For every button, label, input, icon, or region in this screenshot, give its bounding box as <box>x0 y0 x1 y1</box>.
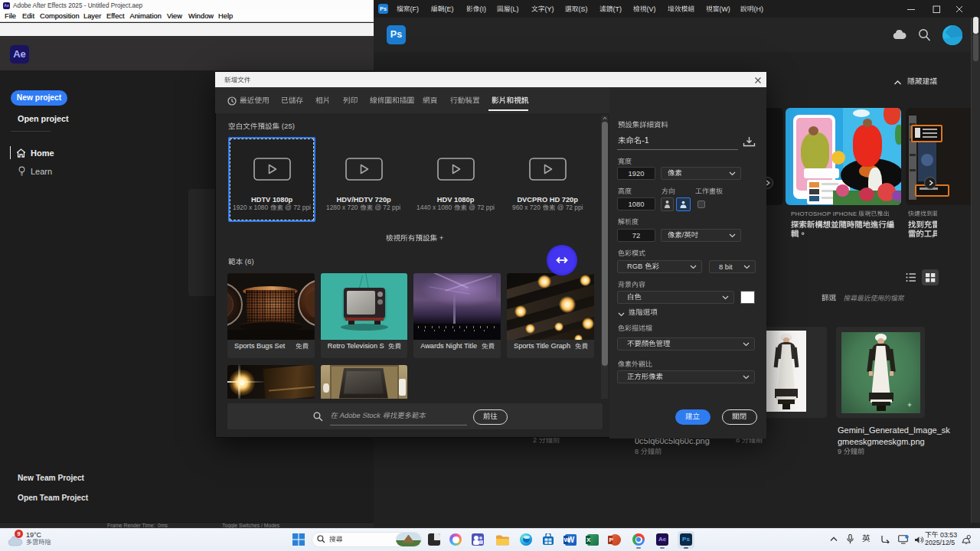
svg-text:@ 72 ppi: @ 72 ppi <box>373 204 400 211</box>
svg-text:(F): (F) <box>410 5 419 12</box>
svg-text:+: + <box>437 233 444 242</box>
svg-text:(Y): (Y) <box>545 5 554 12</box>
svg-text:(E): (E) <box>445 5 454 12</box>
svg-text:@ 72 ppi: @ 72 ppi <box>555 204 583 211</box>
svg-text:-1: -1 <box>642 136 648 145</box>
svg-text:(H): (H) <box>753 5 763 12</box>
svg-text:@ 72 ppi: @ 72 ppi <box>283 204 311 211</box>
svg-text:(I): (I) <box>479 5 485 12</box>
svg-text:(W): (W) <box>720 5 730 12</box>
svg-text:960 x 720: 960 x 720 <box>512 204 542 211</box>
svg-text:03:53: 03:53 <box>939 530 958 538</box>
svg-text:(T): (T) <box>613 5 622 12</box>
svg-text:Adobe Stock: Adobe Stock <box>338 411 384 419</box>
svg-text:1920 x 1080: 1920 x 1080 <box>233 204 270 211</box>
svg-text:(25): (25) <box>279 122 295 130</box>
svg-text:(6): (6) <box>243 257 253 266</box>
svg-text:(S): (S) <box>579 5 588 12</box>
svg-text:(V): (V) <box>647 5 656 12</box>
svg-text:(L): (L) <box>511 5 519 12</box>
svg-text:8: 8 <box>635 448 641 455</box>
svg-text:1440 x 1080: 1440 x 1080 <box>416 204 453 211</box>
svg-text:/: / <box>682 230 684 239</box>
svg-text:@ 72 ppi: @ 72 ppi <box>467 204 495 211</box>
svg-text:980 x 551: 980 x 551 <box>326 204 360 211</box>
svg-text:9: 9 <box>838 448 844 455</box>
svg-text:RGB: RGB <box>627 262 645 270</box>
svg-text:PHOTOSHOP IPHONE: PHOTOSHOP IPHONE <box>791 210 859 217</box>
